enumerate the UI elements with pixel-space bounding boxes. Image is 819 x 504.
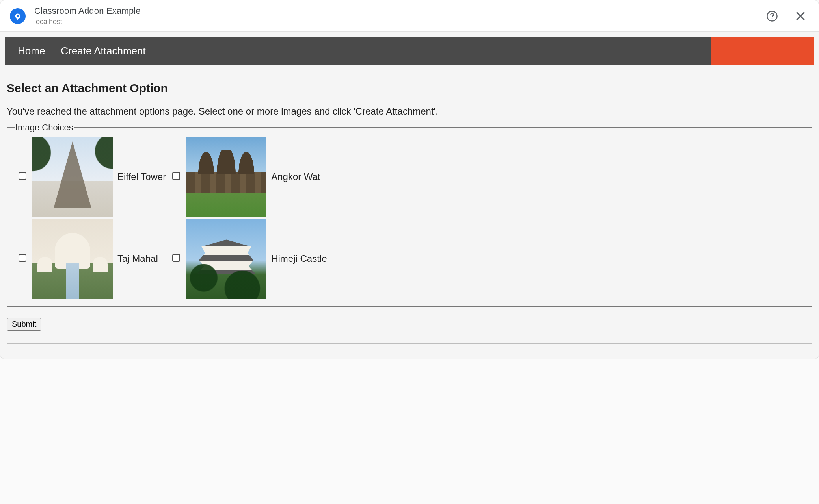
page-title: Select an Attachment Option xyxy=(7,82,812,95)
fieldset-legend: Image Choices xyxy=(15,122,74,133)
table-row: Taj Mahal Himeji Castle xyxy=(15,218,329,300)
option-label-taj-mahal: Taj Mahal xyxy=(115,218,168,300)
checkbox-eiffel-tower[interactable] xyxy=(19,172,26,180)
navbar-accent xyxy=(711,37,814,65)
checkbox-angkor-wat[interactable] xyxy=(172,172,180,180)
close-icon xyxy=(795,10,806,22)
nav-links: Home Create Attachment xyxy=(5,37,154,65)
dialog-action-icons xyxy=(765,9,808,23)
image-choices-fieldset: Image Choices Eiffel Tower Angkor Wat Ta… xyxy=(7,122,812,307)
close-button[interactable] xyxy=(793,9,808,23)
option-label-himeji-castle: Himeji Castle xyxy=(269,218,329,300)
thumbnail-taj-mahal xyxy=(32,219,113,299)
page-content: Select an Attachment Option You've reach… xyxy=(5,65,814,347)
help-button[interactable] xyxy=(765,9,779,23)
thumbnail-himeji-castle xyxy=(186,219,266,299)
addon-logo-icon xyxy=(10,8,26,24)
option-label-eiffel-tower: Eiffel Tower xyxy=(115,136,168,218)
addon-iframe-area: Home Create Attachment Select an Attachm… xyxy=(0,32,819,359)
table-row: Eiffel Tower Angkor Wat xyxy=(15,136,329,218)
svg-rect-3 xyxy=(17,17,18,19)
dialog-header: Classroom Addon Example localhost xyxy=(0,0,819,32)
dialog-subtitle: localhost xyxy=(34,18,765,26)
submit-button[interactable]: Submit xyxy=(7,318,41,331)
help-icon xyxy=(766,10,778,22)
svg-point-2 xyxy=(17,15,19,17)
nav-link-create-attachment[interactable]: Create Attachment xyxy=(53,45,153,57)
option-label-angkor-wat: Angkor Wat xyxy=(269,136,329,218)
thumbnail-eiffel-tower xyxy=(32,137,113,217)
checkbox-himeji-castle[interactable] xyxy=(172,254,180,262)
thumbnail-angkor-wat xyxy=(186,137,266,217)
navbar: Home Create Attachment xyxy=(5,37,814,65)
checkbox-taj-mahal[interactable] xyxy=(19,254,26,262)
separator xyxy=(7,343,812,344)
addon-dialog: Classroom Addon Example localhost Home xyxy=(0,0,819,359)
dialog-title-block: Classroom Addon Example localhost xyxy=(34,6,765,26)
image-choices-table: Eiffel Tower Angkor Wat Taj Mahal Himeji… xyxy=(15,136,329,300)
dialog-title: Classroom Addon Example xyxy=(34,6,765,16)
svg-point-5 xyxy=(772,18,773,19)
nav-link-home[interactable]: Home xyxy=(10,45,53,57)
page-description: You've reached the attachment options pa… xyxy=(7,106,812,117)
